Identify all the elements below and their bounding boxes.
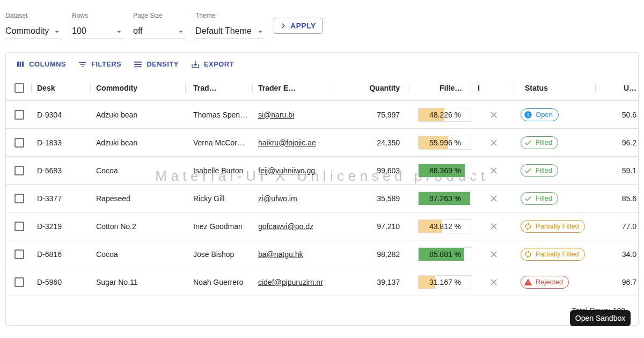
filters-button[interactable]: FILTERS bbox=[74, 57, 126, 71]
progress-bar-label: 48.226 % bbox=[419, 108, 472, 121]
trader-email-link[interactable]: gofcawvi@po.dz bbox=[258, 222, 313, 231]
table-row[interactable]: D-6816 Cocoa Jose Bishop ba@natgu.hk 98,… bbox=[6, 240, 638, 268]
column-header-unit-price[interactable]: U… bbox=[596, 76, 638, 100]
not-filled-icon bbox=[488, 165, 499, 176]
column-header-trader-email[interactable]: Trader E… bbox=[253, 76, 332, 100]
chevron-down-icon bbox=[255, 27, 265, 36]
trader-email-link[interactable]: haikru@fojojic.ae bbox=[258, 138, 316, 147]
quantity-cell: 24,350 bbox=[332, 129, 408, 156]
open-sandbox-button[interactable]: Open Sandbox bbox=[570, 310, 631, 326]
status-badge: Partially Filled bbox=[521, 220, 585, 233]
unit-price-cell: 96.2 bbox=[596, 129, 638, 156]
view-column-icon bbox=[16, 60, 25, 69]
dataset-value: Commodity bbox=[5, 26, 49, 36]
status-badge: Open bbox=[521, 108, 559, 121]
column-header-desk[interactable]: Desk bbox=[32, 76, 91, 100]
commodity-cell: Cotton No.2 bbox=[91, 212, 186, 240]
filters-button-label: FILTERS bbox=[91, 60, 121, 68]
progress-bar: 43.812 % bbox=[418, 219, 472, 233]
trader-email-link[interactable]: si@naru.bi bbox=[258, 111, 294, 119]
desk-cell: D-9304 bbox=[32, 101, 91, 128]
column-header-quantity[interactable]: Quantity bbox=[332, 76, 408, 100]
density-button-label: DENSITY bbox=[147, 60, 179, 68]
autorenew-icon bbox=[524, 250, 532, 259]
row-checkbox[interactable] bbox=[14, 222, 24, 231]
trader-email-link[interactable]: feij@vuhniiwo.gg bbox=[258, 166, 315, 175]
commodity-cell: Cocoa bbox=[91, 157, 186, 184]
apply-button[interactable]: APPLY bbox=[274, 18, 323, 34]
columns-button[interactable]: COLUMNS bbox=[11, 57, 70, 71]
status-badge: Partially Filled bbox=[521, 248, 585, 261]
filter-list-icon bbox=[78, 60, 87, 69]
filled-quantity-cell: 43.812 % bbox=[408, 212, 472, 240]
row-checkbox[interactable] bbox=[14, 110, 24, 120]
unit-price-cell: 77.0 bbox=[596, 212, 638, 240]
table-row[interactable]: D-3219 Cotton No.2 Inez Goodman gofcawvi… bbox=[6, 212, 638, 240]
trader-email-link[interactable]: cidef@pipuruzim.nr bbox=[258, 278, 323, 286]
rows-value: 100 bbox=[72, 26, 86, 36]
trader-name-cell: Jose Bishop bbox=[186, 240, 253, 268]
table-row[interactable]: D-9304 Adzuki bean Thomas Spen… si@naru.… bbox=[6, 101, 638, 129]
trader-name-cell: Inez Goodman bbox=[186, 212, 253, 240]
trader-email-link[interactable]: ba@natgu.hk bbox=[258, 250, 303, 259]
dataset-label: Dataset bbox=[5, 12, 62, 19]
filled-quantity-cell: 86.369 % bbox=[408, 157, 472, 184]
density-button[interactable]: DENSITY bbox=[129, 57, 183, 71]
commodity-cell: Adzuki bean bbox=[91, 129, 186, 156]
status-label: Filled bbox=[536, 194, 552, 202]
quantity-cell: 97,210 bbox=[332, 212, 408, 240]
not-filled-icon bbox=[488, 109, 499, 120]
desk-cell: D-3219 bbox=[32, 212, 91, 240]
export-button[interactable]: EXPORT bbox=[186, 57, 238, 71]
not-filled-icon bbox=[488, 249, 499, 260]
check-icon bbox=[524, 138, 532, 147]
status-badge: Filled bbox=[521, 192, 558, 205]
status-label: Partially Filled bbox=[536, 250, 579, 258]
trader-name-cell: Isabelle Burton bbox=[186, 157, 253, 184]
trader-email-link[interactable]: zi@ufwo.im bbox=[258, 194, 297, 203]
desk-cell: D-1833 bbox=[32, 129, 91, 156]
desk-cell: D-5960 bbox=[32, 268, 91, 296]
column-header-trader-name[interactable]: Trad… bbox=[186, 76, 253, 100]
progress-bar-label: 31.167 % bbox=[419, 276, 472, 289]
page-size-select[interactable]: Page Size off bbox=[133, 12, 186, 39]
column-header-filled-quantity[interactable]: Fille… bbox=[408, 76, 472, 100]
theme-select[interactable]: Theme Default Theme bbox=[195, 12, 265, 39]
table-row[interactable]: D-1833 Adzuki bean Verna McCor… haikru@f… bbox=[6, 129, 638, 157]
status-badge: Rejected bbox=[521, 276, 569, 289]
rows-label: Rows bbox=[72, 12, 124, 19]
column-header-is-filled[interactable]: I bbox=[472, 76, 515, 100]
chevron-down-icon bbox=[52, 27, 62, 36]
table-row[interactable]: D-5960 Sugar No.11 Noah Guerrero cidef@p… bbox=[6, 268, 638, 296]
status-label: Partially Filled bbox=[536, 222, 579, 230]
export-button-label: EXPORT bbox=[204, 60, 234, 68]
dataset-select[interactable]: Dataset Commodity bbox=[5, 12, 62, 39]
trader-name-cell: Noah Guerrero bbox=[186, 268, 253, 296]
table-row[interactable]: D-5683 Cocoa Isabelle Burton feij@vuhnii… bbox=[6, 157, 638, 185]
unit-price-cell: 59.1 bbox=[596, 157, 638, 184]
row-checkbox[interactable] bbox=[14, 166, 24, 175]
density-icon bbox=[133, 60, 143, 69]
quantity-cell: 35,589 bbox=[332, 185, 408, 212]
grid-header-row: Desk Commodity Trad… Trader E… Quantity … bbox=[6, 76, 638, 101]
rows-select[interactable]: Rows 100 bbox=[72, 12, 124, 39]
progress-bar: 97.263 % bbox=[418, 192, 472, 205]
desk-cell: D-3377 bbox=[32, 185, 91, 212]
page-size-label: Page Size bbox=[133, 12, 186, 19]
grid-footer: Total Rows: 100 bbox=[6, 296, 638, 325]
chevron-down-icon bbox=[176, 27, 186, 36]
row-checkbox[interactable] bbox=[14, 194, 24, 203]
row-checkbox[interactable] bbox=[14, 138, 24, 148]
autorenew-icon bbox=[524, 222, 532, 231]
check-icon bbox=[524, 194, 532, 203]
row-checkbox[interactable] bbox=[14, 277, 24, 287]
column-header-commodity[interactable]: Commodity bbox=[91, 76, 186, 100]
not-filled-icon bbox=[488, 193, 499, 204]
filled-quantity-cell: 48.226 % bbox=[408, 101, 472, 128]
row-checkbox[interactable] bbox=[14, 249, 24, 259]
table-row[interactable]: D-3377 Rapeseed Ricky Gill zi@ufwo.im 35… bbox=[6, 185, 638, 212]
select-all-checkbox[interactable] bbox=[14, 83, 24, 93]
column-header-status[interactable]: Status bbox=[515, 76, 596, 100]
quantity-cell: 99,603 bbox=[332, 157, 408, 184]
commodity-cell: Sugar No.11 bbox=[91, 268, 186, 296]
